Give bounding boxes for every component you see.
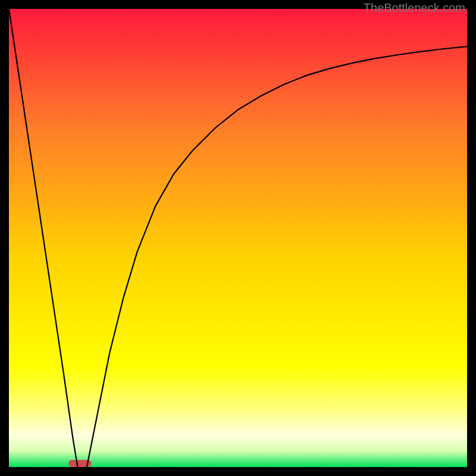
- gradient-background: [9, 9, 467, 467]
- attribution-label: TheBottleneck.com: [364, 1, 465, 15]
- bottleneck-chart: [9, 9, 467, 467]
- chart-frame: [9, 9, 467, 467]
